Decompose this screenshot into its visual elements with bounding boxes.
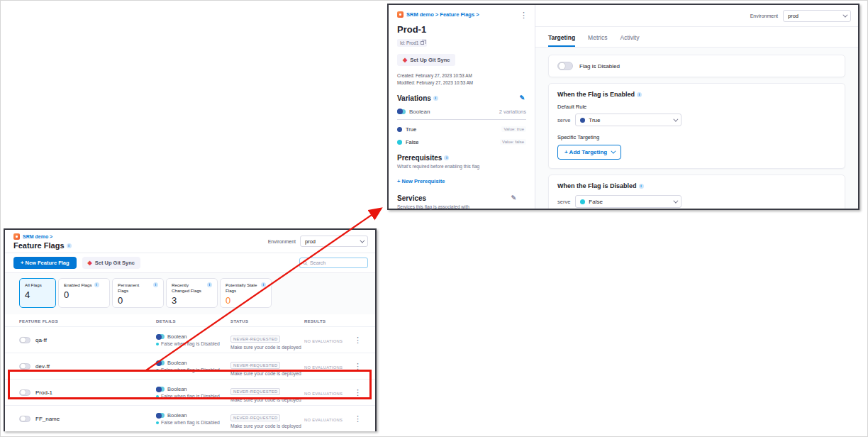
- flag-id-text: Id: Prod1: [400, 40, 418, 45]
- copy-icon[interactable]: [421, 41, 424, 45]
- search-input[interactable]: [310, 260, 365, 265]
- flag-detail-text: False when flag is Disabled: [161, 341, 220, 346]
- add-targeting-button[interactable]: + Add Targeting: [557, 145, 621, 160]
- tab-activity[interactable]: Activity: [620, 34, 639, 47]
- flag-detail-text: False when flag is Disabled: [161, 367, 220, 372]
- feature-flags-list-panel: SRM demo > Feature Flags Environment pro…: [4, 228, 377, 431]
- stat-card[interactable]: Potentially Stale Flags 0: [220, 278, 272, 308]
- stat-card[interactable]: Recently Changed Flags 3: [166, 278, 218, 308]
- variations-count: 2 variations: [499, 109, 526, 115]
- flag-type: Boolean: [167, 333, 187, 340]
- flag-state-label: Flag is Disabled: [579, 63, 620, 70]
- variation-row-false: False Value: false: [397, 139, 526, 145]
- flag-type: Boolean: [167, 386, 187, 392]
- flag-detail-sidebar: SRM demo > Feature Flags > ⋮ Prod-1 Id: …: [389, 5, 535, 209]
- environment-select[interactable]: prod: [300, 236, 368, 247]
- status-text: Make sure your code is deployed: [230, 424, 304, 428]
- boolean-type-icon: [156, 334, 165, 339]
- variations-heading: Variations ✎: [397, 94, 526, 102]
- edit-services-icon[interactable]: ✎: [511, 195, 516, 201]
- flag-toggle[interactable]: [19, 337, 30, 343]
- breadcrumb-links[interactable]: SRM demo > Feature Flags >: [406, 11, 479, 18]
- info-icon[interactable]: [444, 155, 449, 160]
- status-badge: NEVER-REQUESTED: [230, 336, 280, 343]
- default-rule-serve-select[interactable]: True: [575, 114, 681, 126]
- status-badge: NEVER-REQUESTED: [230, 414, 280, 421]
- new-feature-flag-button[interactable]: + New Feature Flag: [13, 257, 77, 269]
- false-variation-dot-icon: [156, 395, 159, 398]
- row-options-menu-icon[interactable]: ⋮: [354, 415, 367, 423]
- chevron-down-icon: [360, 238, 365, 243]
- row-options-menu-icon[interactable]: ⋮: [354, 389, 367, 397]
- flag-timestamps: Created: February 27, 2023 10:53 AM Modi…: [397, 72, 526, 87]
- variations-type: Boolean: [409, 109, 430, 115]
- tab-targeting[interactable]: Targeting: [548, 34, 575, 47]
- table-row[interactable]: FF_name Boolean False when flag is Disab…: [5, 405, 375, 431]
- info-icon[interactable]: [94, 282, 99, 287]
- new-prerequisite-link[interactable]: + New Prerequisite: [397, 178, 445, 184]
- flag-detail-text: False when flag is Disabled: [161, 420, 220, 425]
- stat-card[interactable]: Permanent Flags 0: [112, 278, 164, 308]
- specific-targeting-label: Specific Targeting: [557, 134, 836, 140]
- environment-label: Environment: [750, 13, 778, 18]
- services-subtitle: Services this flag is associated with: [397, 204, 526, 209]
- status-text: Make sure your code is deployed: [230, 345, 304, 350]
- row-options-menu-icon[interactable]: ⋮: [354, 363, 367, 370]
- info-icon[interactable]: [207, 282, 212, 287]
- prerequisites-heading: Prerequisites: [397, 154, 526, 162]
- flag-toggle[interactable]: [19, 389, 30, 396]
- table-header-row: FEATURE FLAGS DETAILS STATUS RESULTS: [5, 314, 375, 326]
- evaluations-text: NO EVALUATIONS: [304, 365, 354, 370]
- table-row[interactable]: qa-ff Boolean False when flag is Disable…: [5, 326, 375, 353]
- info-icon[interactable]: [67, 243, 72, 248]
- flag-toggle[interactable]: [19, 416, 30, 422]
- breadcrumb: SRM demo > Feature Flags >: [397, 11, 526, 18]
- edit-variations-icon[interactable]: ✎: [519, 95, 525, 101]
- breadcrumb-links[interactable]: SRM demo >: [23, 234, 52, 239]
- search-icon: [303, 260, 308, 266]
- evaluations-text: NO EVALUATIONS: [304, 339, 354, 343]
- info-icon[interactable]: [433, 96, 438, 101]
- stat-card[interactable]: All Flags 4: [19, 278, 56, 308]
- stats-row: All Flags 4 Enabled Flags 0 Permanent Fl…: [5, 273, 375, 314]
- git-sync-icon: ◆: [88, 260, 92, 266]
- disabled-serve-select[interactable]: False: [575, 195, 681, 208]
- table-row[interactable]: dev-ff Boolean False when flag is Disabl…: [5, 353, 375, 379]
- info-icon[interactable]: [153, 282, 158, 287]
- info-icon[interactable]: [639, 184, 644, 189]
- environment-select[interactable]: prod: [783, 10, 851, 22]
- flag-detail-panel: SRM demo > Feature Flags > ⋮ Prod-1 Id: …: [387, 4, 859, 210]
- flag-options-menu-icon[interactable]: ⋮: [520, 11, 528, 19]
- chevron-down-icon: [674, 198, 679, 203]
- status-badge: NEVER-REQUESTED: [230, 362, 280, 369]
- row-options-menu-icon[interactable]: ⋮: [354, 336, 367, 344]
- boolean-type-icon: [156, 360, 165, 365]
- info-icon[interactable]: [261, 282, 266, 287]
- stat-value: 0: [118, 295, 158, 306]
- stat-card[interactable]: Enabled Flags 0: [58, 278, 110, 308]
- stat-value: 0: [64, 289, 104, 300]
- variations-type-row: Boolean 2 variations: [397, 109, 526, 120]
- setup-git-sync-button[interactable]: ◆ Set Up Git Sync: [82, 257, 140, 269]
- flag-enabled-toggle[interactable]: [557, 62, 573, 70]
- status-text: Make sure your code is deployed: [230, 397, 304, 402]
- list-toolbar: + New Feature Flag ◆ Set Up Git Sync: [5, 253, 375, 273]
- enabled-section-heading: When the Flag is Enabled: [557, 91, 836, 98]
- table-body: qa-ff Boolean False when flag is Disable…: [5, 326, 375, 431]
- default-rule-label: Default Rule: [557, 104, 836, 110]
- flag-type: Boolean: [167, 412, 187, 419]
- table-row[interactable]: Prod-1 Boolean False when flag is Disabl…: [5, 379, 375, 405]
- flag-detail-main: Environment prod Targeting Metrics Activ…: [535, 5, 858, 209]
- status-text: Make sure your code is deployed: [230, 371, 304, 376]
- tab-metrics[interactable]: Metrics: [588, 34, 607, 47]
- created-timestamp: Created: February 27, 2023 10:53 AM: [397, 72, 526, 79]
- flag-toggle[interactable]: [19, 363, 30, 370]
- flag-title: Prod-1: [397, 24, 526, 35]
- setup-git-sync-button[interactable]: ◆ Set Up Git Sync: [397, 54, 455, 66]
- false-variation-value: Value: false: [500, 139, 526, 145]
- col-status: STATUS: [230, 319, 304, 323]
- serve-label: serve: [557, 117, 570, 123]
- environment-bar: Environment prod: [268, 236, 368, 247]
- flag-id-chip[interactable]: Id: Prod1: [397, 39, 427, 47]
- info-icon[interactable]: [637, 92, 642, 97]
